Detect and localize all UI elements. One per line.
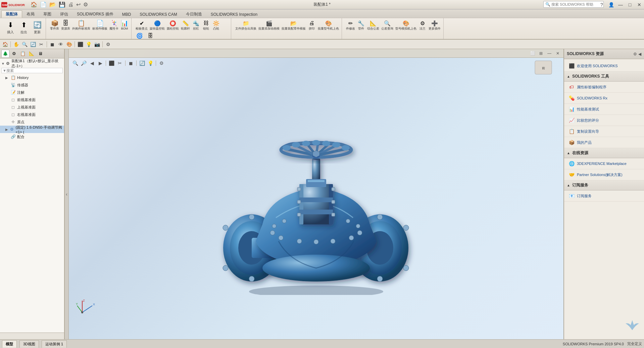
rp-my-products[interactable]: 📦 我的产品	[564, 137, 644, 148]
insert-btn[interactable]: ⬇ 插入	[4, 19, 17, 35]
close-btn[interactable]: ✕	[635, 0, 644, 9]
pull-btn[interactable]: ⬆ 拉出	[17, 19, 30, 35]
model-color-btn[interactable]: 🎨 型号模拟机上色	[395, 19, 417, 31]
chain-btn[interactable]: ⛓ 链轮	[201, 19, 211, 31]
home-quick-btn[interactable]: 🏠	[30, 1, 38, 8]
pipe-btn[interactable]: 🔧 管件	[356, 19, 366, 31]
zoom-fit-btn[interactable]: 🔍	[71, 60, 79, 67]
display-tab[interactable]: 🖥	[36, 50, 44, 58]
tab-today-mfg[interactable]: 今日制造	[182, 10, 206, 18]
cmd-camera[interactable]: 📷	[93, 41, 101, 48]
status-tab-3dview[interactable]: 3D视图	[19, 340, 39, 348]
cmd-lighting[interactable]: 💡	[85, 41, 92, 48]
user-btn[interactable]: 👤	[606, 0, 616, 9]
tolerance-query-btn[interactable]: 🔍 公差查询	[381, 19, 394, 31]
rp-copy-settings[interactable]: 📋 复制设置向导	[564, 126, 644, 137]
question-btn[interactable]: ?	[597, 0, 606, 9]
vp-minimize-btn[interactable]: —	[546, 50, 553, 57]
help-search-box[interactable]: 🔍	[543, 1, 604, 8]
extra-display-btn[interactable]: ⚙	[158, 60, 165, 67]
next-view-btn[interactable]: ▶	[97, 60, 104, 67]
tab-evaluate[interactable]: 评估	[56, 10, 72, 18]
batch-assemble-btn[interactable]: 📂 批量装配零件模板	[281, 19, 306, 31]
parts-lib-btn[interactable]: 📦 零件库	[49, 19, 60, 31]
feature-filter-input[interactable]	[6, 69, 61, 73]
rp-perf-benchmark[interactable]: 📊 性能基准测试	[564, 104, 644, 115]
help-search-input[interactable]	[551, 2, 598, 6]
display-style-btn[interactable]: ◼	[127, 60, 135, 67]
cmd-appearance[interactable]: 🎨	[65, 41, 73, 48]
vp-maximize-btn[interactable]: ⬜	[529, 50, 536, 57]
rp-subscribe[interactable]: 📧 订阅服务	[564, 190, 644, 202]
config-tab[interactable]: 📋	[19, 50, 27, 58]
undo-quick-btn[interactable]: ↩	[75, 1, 82, 8]
tab-mbd[interactable]: MBD	[118, 10, 136, 18]
cmd-view-orientation[interactable]: ⬛	[77, 41, 84, 48]
feature-tree-tab[interactable]: 🌲	[1, 50, 9, 58]
print-quick-btn[interactable]: 🖨	[67, 1, 75, 8]
tree-root[interactable]: ▼ ⚙ 装配体1（默认<默认_显示状态-1>）	[0, 60, 64, 67]
standard-template-btn[interactable]: 📄 标准件模板	[92, 19, 108, 31]
restore-btn[interactable]: □	[625, 0, 635, 9]
rp-attr-editor[interactable]: 🏷 属性标签编制程序	[564, 82, 644, 93]
rp-settings-btn[interactable]: ⚙	[633, 52, 637, 56]
resource-lib-btn[interactable]: 🗄 资源库	[60, 19, 71, 31]
electric-cabinet-btn[interactable]: 🗄 电控柜	[145, 32, 155, 39]
save-quick-btn[interactable]: 💾	[58, 1, 66, 8]
tree-sensor[interactable]: 📡 传感器	[0, 81, 64, 89]
tree-history[interactable]: ▶ 📋 History	[0, 74, 64, 81]
rp-3dexp-marketplace[interactable]: 🌐 3DEXPERIENCE Marketplace	[564, 158, 644, 169]
modify-btn[interactable]: ✏ 件修改	[345, 19, 356, 31]
tolerance-comp-btn[interactable]: 📐 综合公差	[366, 19, 380, 31]
tab-sw-cam[interactable]: SOLIDWORKS CAM	[135, 10, 181, 18]
print-btn[interactable]: 🖨 拼印	[307, 19, 316, 31]
cmd-zoom[interactable]: 🔍	[21, 41, 28, 48]
previous-view-btn[interactable]: ◀	[88, 60, 96, 67]
rotate-view-btn[interactable]: 🔄	[138, 60, 146, 67]
bom-btn[interactable]: 📊 BOM	[120, 19, 129, 31]
tree-right-plane[interactable]: ◻ 右视基准面	[0, 111, 64, 118]
panel-collapse-handle[interactable]	[65, 49, 69, 339]
open-quick-btn[interactable]: 📂	[48, 1, 57, 8]
inspection-btn[interactable]: ✔ 检验查点	[135, 19, 148, 31]
file-combine-btn[interactable]: 📁 文件拼合出库换	[235, 19, 257, 31]
cam-btn[interactable]: 🔆 凸轮	[211, 19, 221, 31]
new-quick-btn[interactable]: 📄	[39, 1, 48, 8]
update-btn[interactable]: 🔄 更新	[31, 19, 44, 35]
viewport[interactable]: ⬜ ⊞ — ✕ 🔍 🔎 ◀ ▶ ⬛ ✂ ◼ 🔄 💡 ⚙	[69, 49, 563, 339]
batch-anim-btn[interactable]: 🎬 批量添加动画模	[258, 19, 280, 31]
tab-sw-inspection[interactable]: SOLIDWORKS Inspection	[206, 10, 262, 18]
tree-mate[interactable]: 🔗 配合	[0, 133, 64, 140]
rp-partner-solutions[interactable]: 🤝 Partner Solutions(解决方案)	[564, 169, 644, 180]
view-cube[interactable]: 前	[533, 59, 560, 79]
vp-tile-btn[interactable]: ⊞	[537, 50, 545, 57]
magic-card-btn[interactable]: 🃏 魔性卡	[109, 19, 119, 31]
cmd-pan[interactable]: ✋	[12, 41, 20, 48]
cylinder-btn[interactable]: ⭕ 圆柱控轮	[166, 19, 180, 31]
minimize-btn[interactable]: —	[616, 0, 625, 9]
purchase-lib-btn[interactable]: 📋 外购件标准库	[71, 19, 91, 31]
dim-expert-tab[interactable]: 📐	[28, 50, 36, 58]
tab-sketch[interactable]: 草图	[39, 10, 56, 18]
flange-btn[interactable]: ⚙ 法兰	[418, 19, 427, 31]
cmd-section[interactable]: ✂	[38, 41, 45, 48]
rp-online-section[interactable]: ▲ 在线资源	[564, 148, 644, 158]
tab-layout[interactable]: 布局	[22, 10, 39, 18]
zoom-selection-btn[interactable]: 🔎	[80, 60, 87, 67]
rack-btn[interactable]: 📏 轮廓杆	[180, 19, 191, 31]
batch-color-btn[interactable]: 🎨 批量型号机上色	[317, 19, 340, 31]
vp-close-btn[interactable]: ✕	[554, 50, 561, 57]
tree-front-plane[interactable]: ◻ 前视基准面	[0, 96, 64, 103]
rp-tools-section[interactable]: ▲ SOLIDWORKS 工具	[564, 72, 644, 82]
render-btn[interactable]: 💡	[147, 60, 154, 67]
tab-sw-plugin[interactable]: SOLIDWORKS 插件	[72, 10, 118, 18]
rp-compare-score[interactable]: 📈 比较您的评分	[564, 115, 644, 126]
cmd-hide-show[interactable]: 👁	[57, 41, 64, 48]
spring-btn[interactable]: 🌀 弹簧	[135, 32, 144, 39]
property-tab[interactable]: ⚙	[10, 50, 18, 58]
cmd-display-extra[interactable]: ⚙	[104, 41, 112, 48]
cmd-rotate[interactable]: 🔄	[29, 41, 37, 48]
cmd-display-style[interactable]: ◼	[49, 41, 56, 48]
rp-welcome-item[interactable]: ⬛ 欢迎使用 SOLIDWORKS	[564, 60, 644, 72]
section-view-btn[interactable]: ✂	[116, 60, 123, 67]
